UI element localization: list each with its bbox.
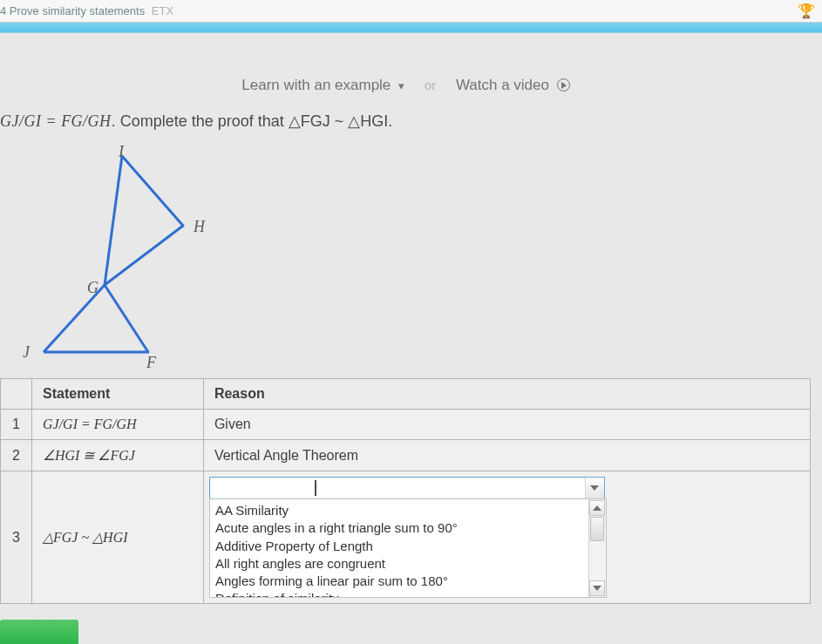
col-header-num <box>1 379 32 410</box>
submit-button[interactable] <box>0 620 78 644</box>
geometry-figure: I H G F J <box>9 143 270 369</box>
watch-video-link[interactable]: Watch a video <box>456 77 570 93</box>
breadcrumb-title: 4 Prove similarity statements <box>0 4 145 17</box>
accent-bar <box>0 23 822 33</box>
point-label-h: H <box>194 218 205 236</box>
scroll-down-button[interactable] <box>589 580 605 596</box>
chevron-down-icon: ▾ <box>398 79 404 92</box>
scroll-thumb[interactable] <box>590 517 604 541</box>
problem-tail: . Complete the proof that △FGJ ~ △HGI. <box>112 112 393 130</box>
table-row: 3 △FGJ ~ △HGI AA Similarity Acute angles… <box>1 471 811 604</box>
row-num: 1 <box>1 410 32 440</box>
dropdown-scrollbar[interactable] <box>588 499 606 597</box>
table-header-row: Statement Reason <box>1 379 811 410</box>
dropdown-option[interactable]: Additive Property of Length <box>215 538 601 555</box>
table-row: 1 GJ/GI = FG/GH Given <box>1 410 811 440</box>
learn-example-link[interactable]: Learn with an example ▾ <box>241 77 409 93</box>
proof-table: Statement Reason 1 GJ/GI = FG/GH Given 2… <box>0 378 811 604</box>
row-reason: Given <box>203 410 810 440</box>
breadcrumb: 4 Prove similarity statements ETX <box>0 4 173 17</box>
row-reason-cell: AA Similarity Acute angles in a right tr… <box>203 471 810 604</box>
problem-given: GJ/GI = FG/GH <box>0 112 112 130</box>
chevron-down-icon[interactable] <box>585 478 604 498</box>
row-num: 2 <box>1 440 32 471</box>
dropdown-option[interactable]: Acute angles in a right triangle sum to … <box>215 519 601 537</box>
text-cursor <box>315 480 316 496</box>
point-label-j: J <box>23 343 30 362</box>
table-row: 2 ∠HGI ≅ ∠FGJ Vertical Angle Theorem <box>1 440 811 471</box>
breadcrumb-suffix: ETX <box>152 4 173 17</box>
point-label-f: F <box>146 354 156 372</box>
dropdown-option[interactable]: Definition of similarity <box>215 590 601 597</box>
helper-links: Learn with an example ▾ or Watch a video <box>0 77 812 94</box>
figure-svg <box>9 143 270 369</box>
top-bar: 4 Prove similarity statements ETX 🏆 <box>0 0 822 23</box>
helper-or: or <box>425 78 436 92</box>
dropdown-option[interactable]: AA Similarity <box>215 502 601 519</box>
row-reason: Vertical Angle Theorem <box>203 440 810 471</box>
point-label-g: G <box>87 279 99 297</box>
trophy-icon[interactable]: 🏆 <box>798 3 815 20</box>
scroll-up-button[interactable] <box>589 500 605 516</box>
point-label-i: I <box>119 143 124 161</box>
col-header-reason: Reason <box>203 379 810 410</box>
dropdown-option[interactable]: Angles forming a linear pair sum to 180° <box>215 573 601 590</box>
row-statement: GJ/GI = FG/GH <box>43 417 137 431</box>
row-statement: △FGJ ~ △HGI <box>43 530 128 545</box>
play-icon <box>557 78 570 92</box>
reason-select[interactable] <box>209 477 605 499</box>
col-header-statement: Statement <box>32 379 204 410</box>
row-num: 3 <box>1 471 32 604</box>
dropdown-option[interactable]: All right angles are congruent <box>215 555 601 573</box>
row-statement: ∠HGI ≅ ∠FGJ <box>43 448 135 463</box>
learn-example-label: Learn with an example <box>241 77 391 93</box>
reason-dropdown: AA Similarity Acute angles in a right tr… <box>209 498 607 598</box>
watch-video-label: Watch a video <box>456 77 549 93</box>
problem-statement: GJ/GI = FG/GH. Complete the proof that △… <box>0 112 812 131</box>
